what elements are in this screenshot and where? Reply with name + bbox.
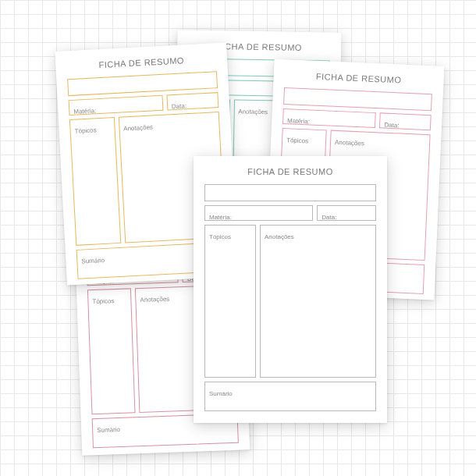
- header-box: [67, 71, 218, 96]
- topics-box: Tópicos: [87, 288, 136, 414]
- topics-label: Tópicos: [92, 297, 114, 305]
- summary-label: Sumário: [81, 257, 105, 265]
- subject-label: Matéria:: [73, 107, 96, 115]
- summary-label: Sumário: [209, 390, 233, 397]
- header-box: [204, 184, 376, 201]
- dot-grid: [264, 238, 372, 374]
- date-field: Data:: [317, 205, 376, 221]
- subject-field: Matéria:: [204, 205, 313, 221]
- subject-field: Matéria:: [69, 95, 164, 115]
- topics-label: Tópicos: [74, 126, 96, 134]
- sheet-title: FICHA DE RESUMO: [66, 54, 216, 71]
- date-field: Data:: [166, 92, 218, 110]
- sheet-title: FICHA DE RESUMO: [204, 167, 376, 176]
- date-label: Data:: [384, 122, 399, 130]
- header-box: [283, 87, 432, 111]
- topics-label: Tópicos: [286, 137, 308, 144]
- subject-label: Matéria:: [287, 117, 310, 125]
- date-label: Data:: [321, 214, 336, 221]
- subject-label: Matéria:: [209, 214, 232, 221]
- sheet-title: FICHA DE RESUMO: [284, 70, 432, 86]
- notes-box: Anotações: [260, 225, 376, 378]
- topics-label: Tópicos: [209, 233, 231, 240]
- topics-box: Tópicos: [69, 117, 121, 246]
- topics-box: Tópicos: [204, 225, 256, 378]
- subject-field: Matéria:: [282, 108, 376, 128]
- date-label: Data:: [172, 102, 187, 110]
- summary-box: Sumário: [204, 382, 376, 411]
- summary-label: Sumário: [97, 426, 120, 434]
- date-field: Data:: [379, 112, 431, 130]
- summary-sheet-gray: FICHA DE RESUMO Matéria: Data: Tópicos A…: [194, 156, 387, 423]
